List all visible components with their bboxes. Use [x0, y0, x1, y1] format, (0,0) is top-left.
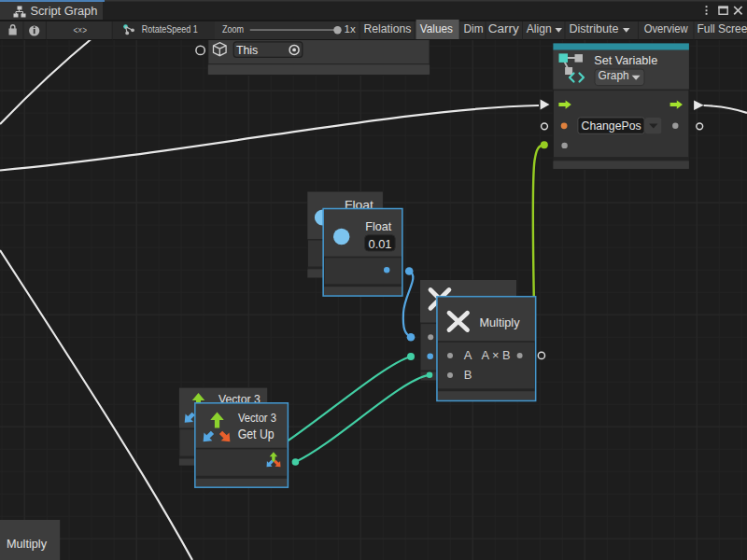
svg-text:Zoom: Zoom	[222, 23, 244, 35]
svg-text:<×>: <×>	[74, 24, 88, 35]
svg-text:0.01: 0.01	[369, 237, 392, 251]
svg-text:Graph: Graph	[599, 69, 629, 82]
svg-text:A × B: A × B	[482, 349, 511, 362]
svg-text:Set Variable: Set Variable	[594, 53, 657, 67]
svg-text:Values: Values	[420, 22, 453, 35]
svg-text:A: A	[464, 348, 472, 362]
svg-text:Full Screen: Full Screen	[697, 22, 747, 35]
svg-text:RotateSpeed 1: RotateSpeed 1	[142, 23, 198, 35]
svg-text:1x: 1x	[345, 23, 356, 35]
svg-text:Vector 3: Vector 3	[238, 412, 276, 425]
svg-text:B: B	[464, 368, 472, 382]
svg-text:Get Up: Get Up	[238, 427, 275, 441]
svg-text:ChangePos: ChangePos	[582, 119, 641, 133]
svg-text:Dim: Dim	[464, 22, 484, 35]
svg-text:Align: Align	[527, 22, 552, 35]
svg-text:Overview: Overview	[644, 22, 688, 35]
svg-text:Relations: Relations	[363, 22, 411, 35]
svg-text:Multiply: Multiply	[7, 537, 47, 551]
svg-text:Distribute: Distribute	[569, 22, 618, 35]
svg-text:Script Graph: Script Graph	[30, 5, 97, 18]
svg-text:Carry: Carry	[488, 22, 519, 35]
svg-text:This: This	[236, 43, 259, 57]
svg-text:Multiply: Multiply	[480, 315, 520, 329]
svg-text:Float: Float	[365, 219, 391, 233]
